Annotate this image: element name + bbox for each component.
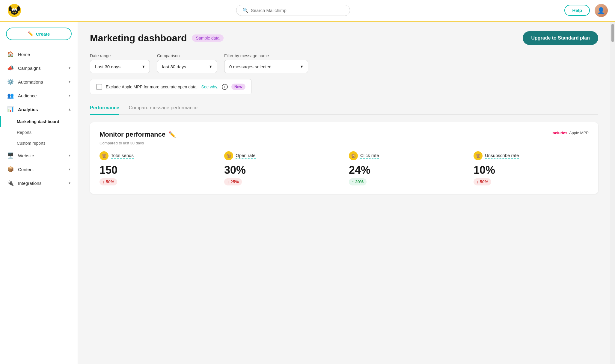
main-content: Marketing dashboard Sample data Upgrade …	[78, 22, 610, 364]
arrow-up-icon: ↑	[352, 179, 354, 184]
metric-value-total-sends: 150	[100, 164, 215, 176]
monkey-icon: 🐒	[100, 151, 108, 160]
sidebar-item-automations[interactable]: ⚙️ Automations ▾	[0, 75, 78, 89]
metrics-row: 🐒 Total sends 150 ↓ 50% 🐒 Open rate	[100, 151, 589, 185]
search-input[interactable]	[251, 8, 344, 13]
content-icon: 📦	[7, 166, 14, 173]
metric-header: 🐒 Unsubscribe rate	[474, 151, 589, 160]
analytics-icon: 📊	[7, 106, 14, 113]
tab-compare[interactable]: Compare message performance	[129, 102, 198, 115]
edit-icon[interactable]: ✏️	[168, 131, 176, 138]
comparison-value: last 30 days	[162, 64, 186, 69]
svg-point-4	[13, 10, 14, 11]
metric-label-click-rate: Click rate	[360, 153, 379, 159]
date-range-label: Date range	[90, 53, 150, 58]
perf-includes: Includes Apple MPP	[551, 131, 589, 135]
chevron-down-icon: ▾	[69, 93, 70, 98]
date-range-value: Last 30 days	[95, 64, 120, 69]
scroll-thumb[interactable]	[611, 24, 614, 42]
change-badge-open-rate: ↓ 25%	[224, 178, 242, 185]
chevron-down-icon: ▾	[209, 64, 212, 69]
message-name-filter: Filter by message name 0 messages select…	[224, 53, 308, 73]
chevron-down-icon: ▾	[69, 181, 70, 185]
metric-header: 🐒 Click rate	[349, 151, 464, 160]
metric-label-open-rate: Open rate	[236, 153, 256, 159]
perf-card-subtitle: Compared to last 30 days	[100, 141, 589, 145]
scrollbar[interactable]	[610, 22, 615, 364]
arrow-down-icon: ↓	[477, 179, 479, 184]
automations-icon: ⚙️	[7, 78, 14, 85]
perf-card-title: Monitor performance	[100, 131, 165, 138]
search-icon: 🔍	[242, 7, 248, 13]
pencil-icon: ✏️	[28, 31, 34, 37]
layout: ✏️ Create 🏠 Home 📣 Campaigns ▾ ⚙️ Automa…	[0, 22, 615, 364]
exclude-text: Exclude Apple MPP for more accurate open…	[106, 84, 198, 89]
date-range-select[interactable]: Last 30 days ▾	[90, 60, 150, 73]
apple-mpp-label: Apple MPP	[569, 131, 589, 135]
topbar: 🔍 Help 👤	[0, 0, 615, 22]
info-icon[interactable]: i	[222, 84, 228, 90]
sidebar-item-home[interactable]: 🏠 Home	[0, 47, 78, 61]
topbar-right: Help 👤	[564, 4, 608, 17]
sample-data-badge: Sample data	[192, 34, 224, 42]
svg-point-6	[9, 6, 12, 11]
sidebar-item-marketing-dashboard[interactable]: Marketing dashboard	[0, 116, 78, 127]
sidebar-item-content[interactable]: 📦 Content ▾	[0, 162, 78, 176]
sidebar-item-campaigns[interactable]: 📣 Campaigns ▾	[0, 61, 78, 75]
filters-row: Date range Last 30 days ▾ Comparison las…	[90, 53, 598, 73]
arrow-down-icon: ↓	[103, 179, 105, 184]
upgrade-button[interactable]: Upgrade to Standard plan	[523, 31, 598, 45]
metric-open-rate: 🐒 Open rate 30% ↓ 25%	[224, 151, 339, 185]
metric-value-click-rate: 24%	[349, 164, 464, 176]
comparison-label: Comparison	[157, 53, 217, 58]
message-name-select[interactable]: 0 messages selected ▾	[224, 60, 308, 73]
integrations-icon: 🔌	[7, 180, 14, 186]
comparison-filter: Comparison last 30 days ▾	[157, 53, 217, 73]
metric-total-sends: 🐒 Total sends 150 ↓ 50%	[100, 151, 215, 185]
change-badge-unsubscribe-rate: ↓ 50%	[474, 178, 491, 185]
website-icon: 🖥️	[7, 152, 14, 159]
tab-performance[interactable]: Performance	[90, 102, 119, 115]
arrow-down-icon: ↓	[227, 179, 229, 184]
message-name-value: 0 messages selected	[229, 64, 272, 69]
avatar[interactable]: 👤	[595, 4, 608, 17]
monkey-icon: 🐒	[474, 151, 483, 160]
monitor-performance-card: Monitor performance ✏️ Includes Apple MP…	[90, 122, 598, 194]
search-bar[interactable]: 🔍	[236, 5, 350, 16]
perf-card-header: Monitor performance ✏️ Includes Apple MP…	[100, 131, 589, 138]
perf-card-title-area: Monitor performance ✏️	[100, 131, 176, 138]
sidebar-item-reports[interactable]: Reports	[0, 127, 78, 138]
campaigns-icon: 📣	[7, 65, 14, 71]
chevron-down-icon: ▾	[69, 80, 70, 84]
metric-label-total-sends: Total sends	[111, 153, 134, 159]
see-why-link[interactable]: See why.	[201, 84, 218, 89]
metric-unsubscribe-rate: 🐒 Unsubscribe rate 10% ↓ 50%	[474, 151, 589, 185]
filter-by-label: Filter by message name	[224, 53, 308, 58]
sidebar-item-custom-reports[interactable]: Custom reports	[0, 138, 78, 149]
sidebar-item-analytics[interactable]: 📊 Analytics ▴	[0, 102, 78, 116]
svg-point-7	[17, 6, 20, 11]
exclude-checkbox[interactable]	[96, 84, 102, 90]
sidebar-item-audience[interactable]: 👥 Audience ▾	[0, 89, 78, 102]
comparison-select[interactable]: last 30 days ▾	[157, 60, 217, 73]
logo[interactable]	[7, 3, 22, 18]
date-range-filter: Date range Last 30 days ▾	[90, 53, 150, 73]
analytics-submenu: Marketing dashboard Reports Custom repor…	[0, 116, 78, 149]
chevron-down-icon: ▾	[69, 66, 70, 70]
exclude-bar: Exclude Apple MPP for more accurate open…	[90, 79, 252, 94]
home-icon: 🏠	[7, 51, 14, 58]
chevron-down-icon: ▾	[142, 64, 145, 69]
tabs-row: Performance Compare message performance	[90, 102, 598, 115]
change-badge-total-sends: ↓ 50%	[100, 178, 117, 185]
metric-header: 🐒 Total sends	[100, 151, 215, 160]
chevron-down-icon: ▾	[301, 64, 303, 69]
sidebar-item-website[interactable]: 🖥️ Website ▾	[0, 149, 78, 162]
help-button[interactable]: Help	[564, 5, 590, 16]
create-button[interactable]: ✏️ Create	[6, 28, 72, 40]
page-title-area: Marketing dashboard Sample data	[90, 33, 224, 44]
audience-icon: 👥	[7, 92, 14, 99]
page-header: Marketing dashboard Sample data Upgrade …	[90, 31, 598, 45]
sidebar-item-integrations[interactable]: 🔌 Integrations ▾	[0, 176, 78, 190]
metric-header: 🐒 Open rate	[224, 151, 339, 160]
svg-point-5	[15, 10, 16, 11]
